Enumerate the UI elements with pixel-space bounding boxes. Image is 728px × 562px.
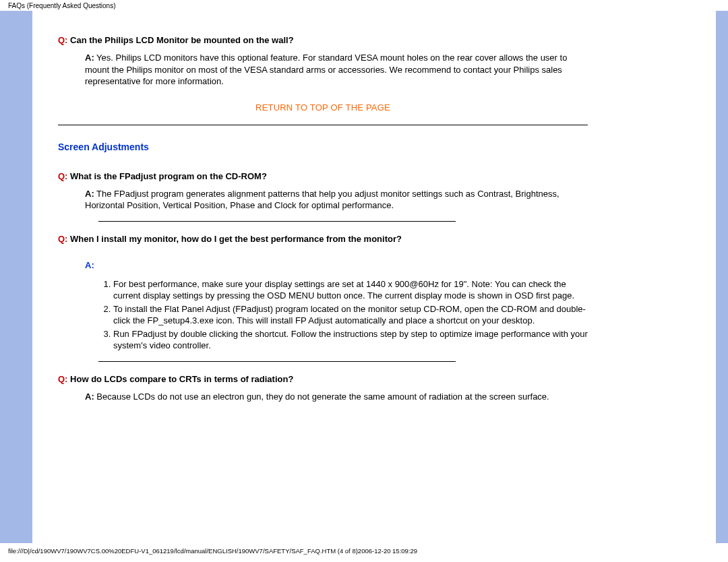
faq-a1: A: Yes. Philips LCD monitors have this o… <box>85 52 588 88</box>
q4-question-text: How do LCDs compare to CRTs in terms of … <box>70 374 293 384</box>
list-item: Run FPadjust by double clicking the shor… <box>113 328 588 352</box>
page-header-strip: FAQs (Frequently Asked Questions) <box>0 0 728 11</box>
q3-question-text: When I install my monitor, how do I get … <box>70 234 402 244</box>
right-decorative-band <box>716 11 728 543</box>
a-label-blue: A: <box>85 260 588 270</box>
content-wrap: Q: Can the Philips LCD Monitor be mounte… <box>32 11 716 543</box>
a1-text: Yes. Philips LCD monitors have this opti… <box>85 53 567 86</box>
q-label: Q: <box>58 171 67 181</box>
list-item: To install the Flat Panel Adjust (FPadju… <box>113 303 588 327</box>
spacer <box>58 251 588 260</box>
divider-short <box>98 221 456 222</box>
faq-q4: Q: How do LCDs compare to CRTs in terms … <box>58 374 588 384</box>
faq-q3: Q: When I install my monitor, how do I g… <box>58 234 588 244</box>
q1-question-text: Can the Philips LCD Monitor be mounted o… <box>70 35 294 45</box>
q-label: Q: <box>58 35 67 45</box>
faq-a4: A: Because LCDs do not use an electron g… <box>85 391 588 403</box>
list-item: For best performance, make sure your dis… <box>113 278 588 302</box>
q3-steps-list: For best performance, make sure your dis… <box>98 278 588 352</box>
page-body: Q: Can the Philips LCD Monitor be mounte… <box>0 11 728 543</box>
faq-q2: Q: What is the FPadjust program on the C… <box>58 171 588 181</box>
faq-a2: A: The FPadjust program generates alignm… <box>85 188 588 212</box>
faq-q1: Q: Can the Philips LCD Monitor be mounte… <box>58 35 588 45</box>
q-text: Can the Philips LCD Monitor be mounted o… <box>70 35 294 45</box>
a-label: A: <box>85 189 94 199</box>
q-text: How do LCDs compare to CRTs in terms of … <box>70 374 293 384</box>
a2-text: The FPadjust program generates alignment… <box>85 189 559 211</box>
q-text: What is the FPadjust program on the CD-R… <box>70 171 267 181</box>
divider-long <box>58 125 588 125</box>
a4-text: Because LCDs do not use an electron gun,… <box>94 392 549 402</box>
return-to-top-wrap: RETURN TO TOP OF THE PAGE <box>58 102 588 113</box>
a-label: A: <box>85 53 94 63</box>
return-to-top-link[interactable]: RETURN TO TOP OF THE PAGE <box>255 102 390 113</box>
section-heading-screen-adjustments: Screen Adjustments <box>58 142 588 152</box>
content-inner: Q: Can the Philips LCD Monitor be mounte… <box>32 11 716 543</box>
footer-file-path: file:///D|/cd/190WV7/190WV7CS.00%20EDFU-… <box>0 543 728 555</box>
q-label: Q: <box>58 234 67 244</box>
divider-short <box>98 361 456 362</box>
left-decorative-band <box>0 11 32 543</box>
q-label: Q: <box>58 374 67 384</box>
a-label: A: <box>85 392 94 402</box>
q-text: When I install my monitor, how do I get … <box>70 234 402 244</box>
q2-question-text: What is the FPadjust program on the CD-R… <box>70 171 267 181</box>
